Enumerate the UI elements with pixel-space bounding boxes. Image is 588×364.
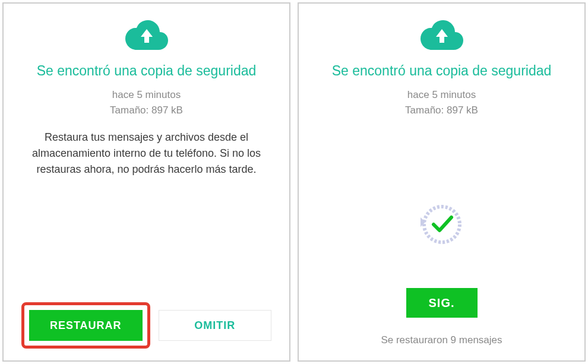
button-row: RESTAURAR OMITIR [21, 302, 271, 349]
backup-time: hace 5 minutos [110, 87, 183, 103]
backup-found-panel: Se encontró una copia de seguridad hace … [2, 2, 290, 362]
cloud-upload-icon [421, 20, 463, 52]
restore-highlight: RESTAURAR [21, 302, 150, 349]
backup-meta: hace 5 minutos Tamaño: 897 kB [110, 87, 183, 118]
backup-description: Restaura tus mensajes y archivos desde e… [21, 129, 271, 178]
backup-meta: hace 5 minutos Tamaño: 897 kB [405, 87, 478, 118]
next-button[interactable]: SIG. [406, 288, 478, 318]
backup-title: Se encontró una copia de seguridad [37, 63, 257, 79]
backup-title: Se encontró una copia de seguridad [332, 63, 552, 79]
backup-time: hace 5 minutos [405, 87, 478, 103]
restore-success-icon [418, 201, 466, 251]
cloud-upload-icon [125, 20, 168, 52]
backup-size: Tamaño: 897 kB [110, 103, 183, 118]
backup-size: Tamaño: 897 kB [405, 103, 478, 118]
svg-point-0 [424, 207, 460, 242]
restore-status: Se restauraron 9 mensajes [381, 334, 502, 346]
bottom-stack: SIG. Se restauraron 9 mensajes [299, 288, 584, 346]
skip-button[interactable]: OMITIR [159, 310, 272, 341]
skip-wrap: OMITIR [159, 302, 272, 349]
restore-button[interactable]: RESTAURAR [29, 310, 143, 341]
restore-complete-panel: Se encontró una copia de seguridad hace … [298, 2, 586, 362]
